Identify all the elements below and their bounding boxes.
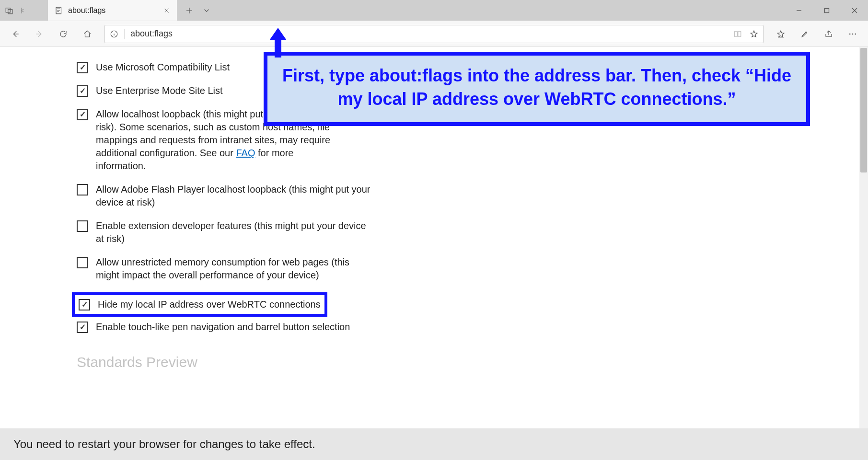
- option-memory: Allow unrestricted memory consumption fo…: [77, 256, 374, 282]
- annotation-callout: First, type about:flags into the address…: [264, 52, 810, 126]
- annotation-highlight-box: Hide my local IP address over WebRTC con…: [72, 292, 327, 317]
- minimize-button[interactable]: [786, 0, 812, 21]
- annotation-arrow-icon: [268, 28, 288, 58]
- faq-link[interactable]: FAQ: [236, 148, 255, 158]
- checkbox[interactable]: [77, 109, 88, 120]
- new-tab-button[interactable]: [185, 6, 194, 15]
- forward-button[interactable]: [29, 24, 50, 44]
- restart-notice-text: You need to restart your browser for cha…: [13, 437, 315, 451]
- option-extension-dev: Enable extension developer features (thi…: [77, 219, 374, 245]
- back-button[interactable]: [5, 24, 26, 44]
- tab-actions: [177, 0, 219, 21]
- option-label: Enable extension developer features (thi…: [96, 219, 374, 245]
- url-input[interactable]: [130, 29, 728, 39]
- svg-point-5: [849, 33, 851, 34]
- option-flash-loopback: Allow Adobe Flash Player localhost loopb…: [77, 183, 374, 209]
- checkbox[interactable]: [77, 322, 88, 333]
- tab-title: about:flags: [68, 6, 159, 15]
- checkbox[interactable]: [77, 62, 88, 73]
- toolbar: [0, 21, 868, 47]
- checkbox[interactable]: [79, 299, 90, 310]
- toolbar-right-actions: [770, 24, 863, 44]
- option-label: Hide my local IP address over WebRTC con…: [98, 298, 321, 311]
- notes-button[interactable]: [794, 24, 815, 44]
- page-icon: [55, 6, 63, 15]
- annotation-text: First, type about:flags into the address…: [282, 66, 791, 109]
- site-info-icon[interactable]: [110, 30, 118, 38]
- more-menu-button[interactable]: [842, 24, 863, 44]
- checkbox[interactable]: [77, 184, 88, 196]
- favorites-button[interactable]: [770, 24, 791, 44]
- checkbox[interactable]: [77, 257, 88, 268]
- option-label: Enable touch-like pen navigation and bar…: [96, 321, 374, 334]
- window-controls: [786, 0, 868, 21]
- share-button[interactable]: [818, 24, 839, 44]
- tab-strip: about:flags: [0, 0, 868, 21]
- svg-point-7: [855, 33, 856, 34]
- tabstrip-left-controls: [0, 0, 48, 21]
- checkbox[interactable]: [77, 220, 88, 232]
- section-header-standards: Standards Preview: [77, 353, 859, 372]
- set-aside-tabs-icon[interactable]: [18, 6, 27, 15]
- close-window-button[interactable]: [841, 0, 868, 21]
- tab-about-flags[interactable]: about:flags: [48, 0, 177, 21]
- option-webrtc: Hide my local IP address over WebRTC con…: [79, 298, 321, 311]
- tab-menu-chevron-icon[interactable]: [202, 6, 211, 15]
- address-bar[interactable]: [104, 25, 764, 43]
- scroll-thumb[interactable]: [860, 48, 867, 172]
- vertical-scrollbar[interactable]: [859, 47, 868, 460]
- maximize-button[interactable]: [813, 0, 840, 21]
- option-label: Allow unrestricted memory consumption fo…: [96, 256, 374, 282]
- svg-rect-2: [56, 7, 61, 14]
- svg-point-6: [852, 33, 854, 34]
- option-label: Allow Adobe Flash Player localhost loopb…: [96, 183, 374, 209]
- favorite-star-icon[interactable]: [750, 30, 758, 38]
- tab-close-button[interactable]: [163, 7, 170, 14]
- home-button[interactable]: [77, 24, 98, 44]
- address-right-icons: [733, 30, 758, 38]
- restart-notice-bar: You need to restart your browser for cha…: [0, 428, 868, 460]
- reading-view-icon[interactable]: [733, 30, 742, 38]
- checkbox[interactable]: [77, 85, 88, 97]
- refresh-button[interactable]: [53, 24, 74, 44]
- option-pen-navigation: Enable touch-like pen navigation and bar…: [77, 321, 374, 334]
- address-separator: [124, 29, 125, 39]
- svg-rect-3: [825, 8, 829, 12]
- tabs-overview-icon[interactable]: [5, 6, 13, 15]
